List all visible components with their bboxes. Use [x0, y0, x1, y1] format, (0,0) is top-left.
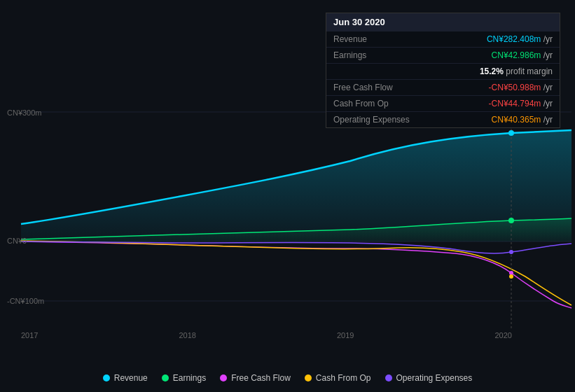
tooltip-profit-margin: 15.2% profit margin [480, 66, 553, 76]
tooltip-label-opex: Operating Expenses [333, 115, 410, 125]
tooltip-box: Jun 30 2020 Revenue CN¥282.408m /yr Earn… [326, 13, 560, 128]
tooltip-row-opex: Operating Expenses CN¥40.365m /yr [326, 111, 560, 127]
y-label-bot: -CN¥100m [7, 297, 44, 305]
legend-dot-cashop [305, 374, 312, 382]
chart-legend: Revenue Earnings Free Cash Flow Cash Fro… [0, 368, 575, 388]
x-label-2020: 2020 [495, 331, 512, 340]
legend-label-fcf: Free Cash Flow [231, 373, 291, 383]
tooltip-label-earnings: Earnings [333, 50, 366, 60]
tooltip-row-earnings: Earnings CN¥42.986m /yr [326, 47, 560, 63]
legend-earnings[interactable]: Earnings [162, 373, 206, 383]
tooltip-row-cashop: Cash From Op -CN¥44.794m /yr [326, 95, 560, 111]
tooltip-row-margin: 15.2% profit margin [326, 63, 560, 79]
y-label-mid: CN¥0 [7, 237, 27, 245]
tooltip-value-earnings: CN¥42.986m /yr [492, 50, 553, 60]
legend-opex[interactable]: Operating Expenses [385, 373, 473, 383]
tooltip-date: Jun 30 2020 [326, 13, 560, 31]
tooltip-value-cashop: -CN¥44.794m /yr [489, 99, 553, 108]
tooltip-label-cashop: Cash From Op [333, 99, 389, 108]
tooltip-value-fcf: -CN¥50.988m /yr [489, 83, 553, 92]
legend-label-revenue: Revenue [114, 373, 148, 383]
x-label-2017: 2017 [21, 331, 38, 340]
x-label-2019: 2019 [337, 331, 354, 340]
legend-cashop[interactable]: Cash From Op [305, 373, 371, 383]
svg-point-8 [509, 274, 513, 279]
svg-point-5 [508, 130, 514, 136]
legend-dot-earnings [162, 374, 169, 382]
legend-label-opex: Operating Expenses [396, 373, 473, 383]
legend-label-cashop: Cash From Op [316, 373, 371, 383]
legend-dot-opex [385, 374, 392, 382]
legend-fcf[interactable]: Free Cash Flow [220, 373, 291, 383]
tooltip-row-revenue: Revenue CN¥282.408m /yr [326, 31, 560, 47]
tooltip-row-fcf: Free Cash Flow -CN¥50.988m /yr [326, 79, 560, 95]
tooltip-label-revenue: Revenue [333, 34, 367, 44]
tooltip-value-opex: CN¥40.365m /yr [492, 115, 553, 125]
x-label-2018: 2018 [179, 331, 196, 340]
legend-dot-fcf [220, 374, 227, 382]
legend-dot-revenue [103, 374, 110, 382]
y-label-top: CN¥300m [7, 108, 42, 117]
x-axis: 2017 2018 2019 2020 [21, 331, 568, 340]
legend-label-earnings: Earnings [173, 373, 206, 383]
tooltip-label-fcf: Free Cash Flow [333, 83, 393, 92]
tooltip-value-revenue: CN¥282.408m /yr [487, 34, 553, 44]
legend-revenue[interactable]: Revenue [103, 373, 148, 383]
svg-point-6 [508, 218, 514, 223]
svg-point-9 [509, 250, 513, 254]
